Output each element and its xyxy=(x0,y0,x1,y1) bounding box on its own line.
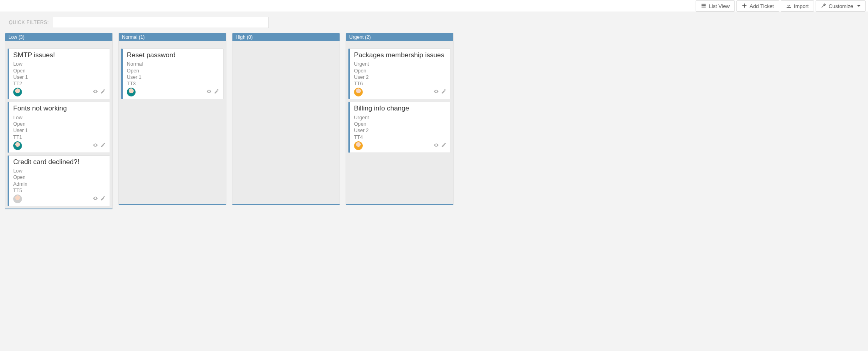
view-icon[interactable] xyxy=(434,142,439,149)
ticket-actions xyxy=(93,196,106,202)
list-view-button[interactable]: List View xyxy=(696,0,735,12)
column-header: Low (3) xyxy=(5,33,112,41)
column-body[interactable] xyxy=(232,41,340,204)
ticket-priority: Low xyxy=(13,114,106,121)
ticket-code: TT5 xyxy=(13,187,106,194)
view-icon[interactable] xyxy=(93,142,98,149)
ticket-title: Fonts not working xyxy=(13,104,106,112)
ticket-title: Credit card declined?! xyxy=(13,158,106,166)
column-body[interactable]: SMTP issues!LowOpenUser 1TT2Fonts not wo… xyxy=(5,41,112,209)
ticket-priority: Urgent xyxy=(354,114,446,121)
ticket-footer xyxy=(13,141,106,150)
avatar xyxy=(354,141,363,150)
customize-label: Customize xyxy=(829,3,853,9)
column-normal: Normal (1)Reset passwordNormalOpenUser 1… xyxy=(118,33,226,205)
ticket-actions xyxy=(206,89,219,95)
ticket-footer xyxy=(13,88,106,96)
avatar xyxy=(354,88,363,96)
list-icon xyxy=(701,3,706,10)
ticket-priority: Low xyxy=(13,168,106,174)
ticket-title: Billing info change xyxy=(354,104,446,112)
avatar xyxy=(127,88,136,96)
download-icon xyxy=(786,3,792,10)
column-body[interactable]: Packages membership issuesUrgentOpenUser… xyxy=(346,41,453,204)
column-header: Normal (1) xyxy=(119,33,226,41)
ticket-user: User 2 xyxy=(354,74,446,80)
ticket-status: Open xyxy=(13,68,106,74)
column-high: High (0) xyxy=(232,33,340,205)
column-urgent: Urgent (2)Packages membership issuesUrge… xyxy=(346,33,454,205)
ticket-title: SMTP issues! xyxy=(13,51,106,59)
ticket-user: User 1 xyxy=(13,127,106,134)
ticket-actions xyxy=(93,142,106,149)
ticket-code: TT2 xyxy=(13,80,106,87)
ticket-footer xyxy=(354,141,446,150)
edit-icon[interactable] xyxy=(100,142,106,149)
ticket-footer xyxy=(127,88,219,96)
ticket-status: Open xyxy=(13,174,106,181)
plus-icon xyxy=(742,3,747,10)
ticket-actions xyxy=(93,89,106,95)
ticket-status: Open xyxy=(354,121,446,127)
edit-icon[interactable] xyxy=(100,196,106,202)
ticket-card[interactable]: SMTP issues!LowOpenUser 1TT2 xyxy=(8,48,110,99)
ticket-priority: Normal xyxy=(127,61,219,67)
ticket-card[interactable]: Billing info changeUrgentOpenUser 2TT4 xyxy=(348,102,451,152)
import-label: Import xyxy=(794,3,809,9)
ticket-status: Open xyxy=(127,68,219,74)
ticket-card[interactable]: Credit card declined?!LowOpenAdminTT5 xyxy=(8,155,110,206)
edit-icon[interactable] xyxy=(100,89,106,95)
ticket-card[interactable]: Reset passwordNormalOpenUser 1TT3 xyxy=(121,48,224,99)
edit-icon[interactable] xyxy=(441,142,446,149)
ticket-footer xyxy=(13,195,106,203)
list-view-label: List View xyxy=(709,3,730,9)
ticket-code: TT1 xyxy=(13,134,106,140)
ticket-card[interactable]: Fonts not workingLowOpenUser 1TT1 xyxy=(8,102,110,152)
ticket-card[interactable]: Packages membership issuesUrgentOpenUser… xyxy=(348,48,451,99)
add-ticket-label: Add Ticket xyxy=(750,3,774,9)
ticket-user: User 1 xyxy=(13,74,106,80)
import-button[interactable]: Import xyxy=(781,0,814,12)
ticket-code: TT3 xyxy=(127,80,219,87)
quick-filters-input[interactable] xyxy=(53,17,269,28)
view-icon[interactable] xyxy=(93,89,98,95)
ticket-actions xyxy=(434,142,446,149)
ticket-status: Open xyxy=(354,68,446,74)
ticket-priority: Urgent xyxy=(354,61,446,67)
edit-icon[interactable] xyxy=(214,89,219,95)
ticket-status: Open xyxy=(13,121,106,127)
customize-button[interactable]: Customize xyxy=(816,0,866,12)
toolbar: List View Add Ticket Import Customize xyxy=(0,0,868,12)
avatar xyxy=(13,88,22,96)
ticket-footer xyxy=(354,88,446,96)
ticket-actions xyxy=(434,89,446,95)
view-icon[interactable] xyxy=(93,196,98,202)
ticket-code: TT4 xyxy=(354,134,446,140)
ticket-user: User 2 xyxy=(354,127,446,134)
avatar xyxy=(13,141,22,150)
ticket-user: Admin xyxy=(13,181,106,187)
avatar xyxy=(13,195,22,203)
add-ticket-button[interactable]: Add Ticket xyxy=(736,0,779,12)
ticket-code: TT6 xyxy=(354,80,446,87)
edit-icon[interactable] xyxy=(441,89,446,95)
quick-filters-row: QUICK FILTERS: xyxy=(0,12,868,33)
ticket-user: User 1 xyxy=(127,74,219,80)
ticket-title: Reset password xyxy=(127,51,219,59)
view-icon[interactable] xyxy=(206,89,212,95)
column-body[interactable]: Reset passwordNormalOpenUser 1TT3 xyxy=(119,41,226,204)
ticket-title: Packages membership issues xyxy=(354,51,446,59)
column-header: Urgent (2) xyxy=(346,33,453,41)
view-icon[interactable] xyxy=(434,89,439,95)
kanban-board: Low (3)SMTP issues!LowOpenUser 1TT2Fonts… xyxy=(0,33,868,217)
wrench-icon xyxy=(821,3,826,10)
ticket-priority: Low xyxy=(13,61,106,67)
column-header: High (0) xyxy=(232,33,340,41)
chevron-down-icon xyxy=(857,5,860,7)
quick-filters-label: QUICK FILTERS: xyxy=(9,20,49,25)
column-low: Low (3)SMTP issues!LowOpenUser 1TT2Fonts… xyxy=(5,33,113,209)
